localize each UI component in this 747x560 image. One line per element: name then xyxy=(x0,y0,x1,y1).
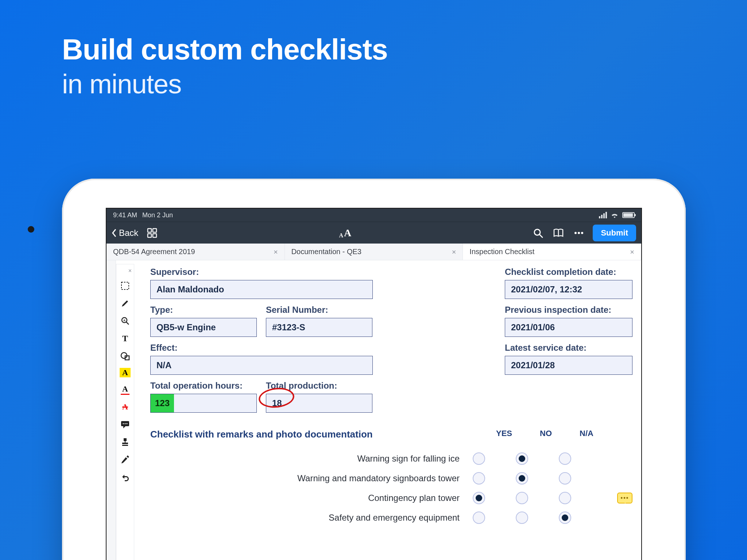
zoom-icon[interactable]: a xyxy=(119,315,131,326)
status-time: 9:41 AM xyxy=(113,211,137,219)
radio-no[interactable] xyxy=(516,472,528,485)
effect-field[interactable]: N/A xyxy=(150,356,373,375)
svg-point-18 xyxy=(126,423,127,424)
left-gutter xyxy=(107,260,116,560)
svg-point-6 xyxy=(574,232,577,234)
radio-na[interactable] xyxy=(559,452,571,465)
checklist-section-title: Checklist with remarks and photo documen… xyxy=(150,429,384,440)
checklist-item-label: Warning and mandatory signboards tower xyxy=(150,473,473,483)
hero-subtitle: in minutes xyxy=(62,69,388,100)
select-area-icon[interactable] xyxy=(119,280,131,291)
completion-date-field[interactable]: 2021/02/07, 12:32 xyxy=(505,280,632,299)
checklist-row: Warning sign for falling ice xyxy=(150,449,632,468)
text-icon[interactable]: T xyxy=(119,333,131,344)
radio-na[interactable] xyxy=(559,492,571,504)
marker-icon[interactable] xyxy=(119,298,131,309)
strikethrough-icon[interactable]: A xyxy=(119,401,131,412)
production-label: Total production: xyxy=(266,381,373,391)
device-frame: 9:41 AM Mon 2 Jun Back A xyxy=(62,179,686,560)
comment-icon[interactable] xyxy=(119,419,131,430)
book-icon xyxy=(553,228,564,238)
type-field[interactable]: QB5-w Engine xyxy=(150,318,257,337)
checklist-item-label: Warning sign for falling ice xyxy=(150,454,473,464)
previous-date-field[interactable]: 2021/01/06 xyxy=(505,318,632,337)
wifi-icon xyxy=(611,212,619,218)
back-label: Back xyxy=(119,228,138,238)
cellular-icon xyxy=(599,212,607,218)
tab-inspection-checklist[interactable]: Inspection Checklist × xyxy=(463,244,641,260)
close-icon[interactable]: × xyxy=(274,248,278,256)
radio-no[interactable] xyxy=(516,512,528,524)
chevron-left-icon xyxy=(112,229,117,237)
status-bar: 9:41 AM Mon 2 Jun xyxy=(107,209,641,222)
previous-date-label: Previous inspection date: xyxy=(505,305,632,315)
tab-qdb54[interactable]: QDB-54 Agreement 2019 × xyxy=(107,244,285,260)
tab-label: QDB-54 Agreement 2019 xyxy=(113,248,195,256)
svg-rect-3 xyxy=(153,234,156,237)
close-icon[interactable]: × xyxy=(128,268,132,274)
supervisor-field[interactable]: Alan Maldonado xyxy=(150,280,373,299)
radio-na[interactable] xyxy=(559,512,571,524)
tab-documentation[interactable]: Documentation - QE3 × xyxy=(285,244,463,260)
hero: Build custom checklists in minutes xyxy=(62,33,388,100)
battery-icon xyxy=(622,212,635,218)
serial-label: Serial Number: xyxy=(266,305,373,315)
type-label: Type: xyxy=(150,305,257,315)
document-area: × a T A A A Supervisor: Alan Maldonad xyxy=(107,260,641,560)
stamp-icon[interactable] xyxy=(119,436,131,447)
col-na: N/A xyxy=(580,429,593,440)
note-annotation-icon[interactable]: ••• xyxy=(617,493,632,503)
svg-rect-1 xyxy=(153,229,156,232)
highlight-icon[interactable]: A xyxy=(120,368,131,377)
radio-yes[interactable] xyxy=(473,452,485,465)
hero-title: Build custom checklists xyxy=(62,33,388,66)
serial-field[interactable]: #3123-S xyxy=(266,318,372,337)
latest-service-field[interactable]: 2021/01/28 xyxy=(505,356,632,375)
radio-yes[interactable] xyxy=(473,472,485,485)
more-icon xyxy=(573,228,584,238)
checklist-row: Warning and mandatory signboards tower xyxy=(150,468,632,488)
search-button[interactable] xyxy=(531,226,545,240)
op-hours-field[interactable]: 123 xyxy=(150,394,257,413)
supervisor-label: Supervisor: xyxy=(150,267,373,277)
tab-label: Inspection Checklist xyxy=(469,248,534,256)
svg-point-17 xyxy=(124,423,125,424)
op-hours-label: Total operation hours: xyxy=(150,381,257,391)
close-icon[interactable]: × xyxy=(630,248,634,256)
latest-service-label: Latest service date: xyxy=(505,343,632,353)
checklist-row: Safety and emergency equipment xyxy=(150,508,632,528)
eyedropper-icon[interactable] xyxy=(119,454,131,465)
svg-point-8 xyxy=(581,232,583,234)
radio-no[interactable] xyxy=(516,492,528,504)
undo-icon[interactable] xyxy=(119,471,131,482)
col-no: NO xyxy=(540,429,552,440)
submit-button[interactable]: Submit xyxy=(593,225,636,241)
text-size-button[interactable]: AA xyxy=(339,227,352,239)
radio-no[interactable] xyxy=(516,452,528,465)
radio-yes[interactable] xyxy=(473,492,485,504)
shape-icon[interactable] xyxy=(119,350,131,361)
grid-view-button[interactable] xyxy=(146,226,159,240)
completion-date-label: Checklist completion date: xyxy=(505,267,632,277)
checklist-item-label: Safety and emergency equipment xyxy=(150,513,473,523)
tab-label: Documentation - QE3 xyxy=(291,248,361,256)
more-button[interactable] xyxy=(572,226,585,240)
app-screen: 9:41 AM Mon 2 Jun Back A xyxy=(106,208,642,560)
app-toolbar: Back AA Submit xyxy=(107,222,641,244)
radio-yes[interactable] xyxy=(473,512,485,524)
document-tabs: QDB-54 Agreement 2019 × Documentation - … xyxy=(107,244,641,260)
search-icon xyxy=(533,228,543,238)
annotate-toolbar: × a T A A A xyxy=(116,264,134,560)
grid-icon xyxy=(147,228,158,238)
device-camera-icon xyxy=(28,226,34,233)
radio-na[interactable] xyxy=(559,472,571,485)
highlight-annotation: 123 xyxy=(151,394,174,412)
svg-rect-2 xyxy=(148,234,151,237)
book-view-button[interactable] xyxy=(552,226,565,240)
back-button[interactable]: Back xyxy=(112,228,138,238)
effect-label: Effect: xyxy=(150,343,373,353)
close-icon[interactable]: × xyxy=(452,248,456,256)
production-field[interactable]: 18 xyxy=(266,394,372,413)
svg-rect-0 xyxy=(148,229,151,232)
underline-icon[interactable]: A xyxy=(119,384,131,395)
